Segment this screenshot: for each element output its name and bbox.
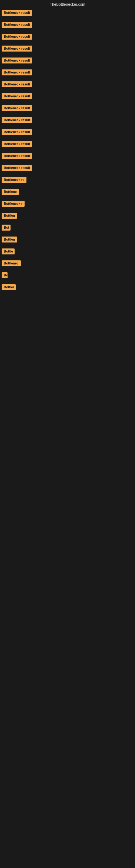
list-item: Bottleneck result	[2, 141, 135, 148]
list-item: Bottlenec	[2, 260, 135, 268]
bottleneck-result-badge[interactable]: Bottleneck result	[2, 58, 32, 63]
site-header: TheBottlenecker.com	[0, 0, 135, 10]
list-item: Bottleneck result	[2, 105, 135, 112]
bottleneck-result-badge[interactable]: Bottleneck r	[2, 201, 25, 207]
bottleneck-result-badge[interactable]: Bottlen	[2, 237, 17, 243]
list-item: Bottlen	[2, 213, 135, 220]
items-container: Bottleneck resultBottleneck resultBottle…	[0, 10, 135, 291]
bottleneck-result-badge[interactable]: Bottlenec	[2, 260, 21, 267]
bottleneck-result-badge[interactable]: Bottleneck result	[2, 153, 32, 159]
bottleneck-result-badge[interactable]: Bottleneck result	[2, 129, 32, 135]
list-item: Bot	[2, 225, 135, 231]
bottleneck-result-badge[interactable]: Bottleneck result	[2, 69, 32, 75]
list-item: Bottleneck result	[2, 153, 135, 160]
list-item: Bottleneck result	[2, 93, 135, 100]
list-item: Bottleneck result	[2, 165, 135, 172]
bottleneck-result-badge[interactable]: Bottleneck result	[2, 93, 32, 99]
bottleneck-result-badge[interactable]: Bottleneck re	[2, 177, 27, 183]
bottleneck-result-badge[interactable]: Bottleneck result	[2, 82, 32, 87]
bottleneck-result-badge[interactable]: Bottleneck result	[2, 141, 32, 147]
list-item: Bottle	[2, 248, 135, 255]
bottleneck-result-badge[interactable]: Bottleneck result	[2, 10, 32, 16]
list-item: Bottlene	[2, 189, 135, 196]
bottleneck-result-badge[interactable]: Bo	[2, 272, 8, 278]
site-title: TheBottlenecker.com	[50, 2, 85, 6]
bottleneck-result-badge[interactable]: Bottleneck result	[2, 117, 32, 123]
bottleneck-result-badge[interactable]: Bottleneck result	[2, 165, 32, 171]
list-item: Bottleneck result	[2, 129, 135, 136]
list-item: Bottleneck result	[2, 10, 135, 17]
bottleneck-result-badge[interactable]: Bot	[2, 225, 10, 230]
list-item: Bottleneck result	[2, 69, 135, 76]
bottleneck-result-badge[interactable]: Bottleneck result	[2, 22, 32, 28]
bottleneck-result-badge[interactable]: Bottleneck result	[2, 45, 32, 52]
list-item: Bottleneck result	[2, 22, 135, 29]
list-item: Bottleneck re	[2, 177, 135, 184]
bottleneck-result-badge[interactable]: Bottlene	[2, 189, 19, 195]
bottleneck-result-badge[interactable]: Bottle	[2, 248, 14, 254]
list-item: Bottleneck result	[2, 82, 135, 88]
list-item: Bottleneck result	[2, 34, 135, 41]
bottleneck-result-badge[interactable]: Bottleneck result	[2, 34, 32, 40]
list-item: Bottler	[2, 284, 135, 291]
list-item: Bottleneck r	[2, 201, 135, 208]
bottleneck-result-badge[interactable]: Bottlen	[2, 213, 17, 219]
list-item: Bottleneck result	[2, 58, 135, 65]
bottleneck-result-badge[interactable]: Bottler	[2, 284, 16, 290]
list-item: Bottleneck result	[2, 117, 135, 124]
list-item: Bottlen	[2, 237, 135, 244]
bottleneck-result-badge[interactable]: Bottleneck result	[2, 105, 32, 111]
list-item: Bottleneck result	[2, 45, 135, 53]
list-item: Bo	[2, 272, 135, 279]
